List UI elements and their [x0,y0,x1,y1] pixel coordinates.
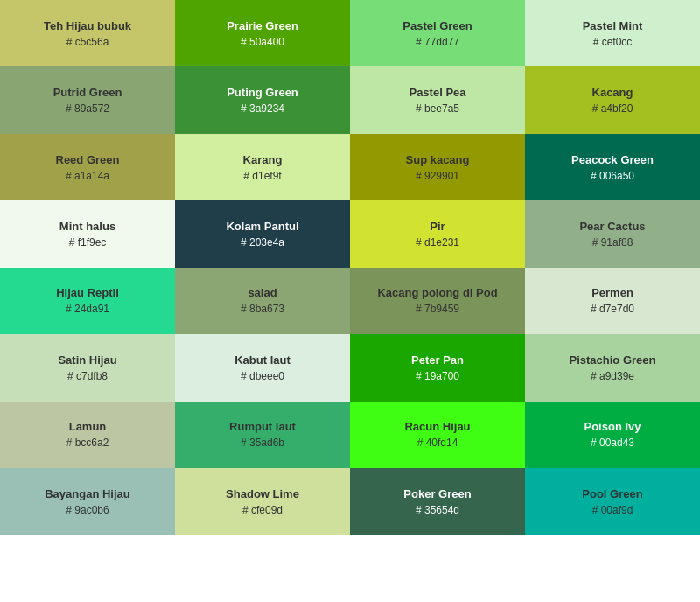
color-hex: # bee7a5 [416,102,459,115]
color-name: Peter Pan [411,354,464,367]
color-cell: Pool Green# 00af9d [525,468,700,535]
color-cell: Hijau Reptil# 24da91 [0,268,175,334]
color-hex: # 006a50 [591,170,634,182]
color-cell: Kacang# a4bf20 [525,66,700,133]
color-name: Lamun [69,420,107,433]
color-name: Poker Green [403,487,471,500]
color-cell: Sup kacang# 929901 [350,134,525,200]
color-cell: Permen# d7e7d0 [525,268,700,334]
color-cell: Peacock Green# 006a50 [525,134,700,200]
color-cell: Mint halus# f1f9ec [0,200,175,267]
color-name: Rumput laut [229,420,296,433]
color-name: Satin Hijau [58,354,116,367]
color-name: Prairie Green [227,19,298,32]
color-hex: # 8ba673 [241,303,284,315]
color-name: Kolam Pantul [226,220,298,233]
color-hex: # 50a400 [241,36,284,48]
color-name: Karang [243,153,283,166]
color-hex: # 9ac0b6 [66,504,108,516]
color-hex: # 35654d [416,504,459,516]
color-hex: # 77dd77 [416,36,459,48]
color-cell: Kacang polong di Pod# 7b9459 [350,268,525,334]
color-name: Pool Green [582,487,642,500]
color-name: Reed Green [56,153,120,166]
color-hex: # c7dfb8 [67,370,108,382]
color-cell: Lamun# bcc6a2 [0,402,175,468]
color-name: Sup kacang [406,153,470,166]
color-name: Puting Green [227,86,298,99]
color-cell: salad# 8ba673 [175,268,350,334]
color-hex: # 91af88 [592,236,634,248]
color-cell: Putrid Green# 89a572 [0,66,175,133]
color-name: Kacang [592,86,634,99]
color-cell: Kolam Pantul# 203e4a [175,200,350,267]
color-cell: Peter Pan# 19a700 [350,334,525,401]
color-name: Mint halus [60,220,116,233]
color-cell: Pistachio Green# a9d39e [525,334,700,401]
color-hex: # cfe09d [242,504,283,516]
color-cell: Shadow Lime# cfe09d [175,468,350,535]
color-name: Teh Hijau bubuk [44,19,131,32]
color-cell: Racun Hijau# 40fd14 [350,402,525,468]
color-name: Hijau Reptil [56,286,119,299]
color-name: Shadow Lime [226,487,299,500]
color-name: Bayangan Hijau [45,487,130,500]
color-cell: Poison Ivy# 00ad43 [525,402,700,468]
color-cell: Puting Green# 3a9234 [175,66,350,133]
color-cell: Poker Green# 35654d [350,468,525,535]
color-hex: # bcc6a2 [66,437,109,449]
color-name: Putrid Green [53,86,122,99]
color-hex: # d1ef9f [243,170,281,182]
color-name: Kacang polong di Pod [377,286,497,299]
color-hex: # d1e231 [416,236,459,248]
color-name: Racun Hijau [404,420,470,433]
color-name: Pastel Pea [409,86,466,99]
color-hex: # cef0cc [593,36,633,48]
color-hex: # 3a9234 [241,102,284,115]
color-cell: Pir# d1e231 [350,200,525,267]
color-hex: # 89a572 [66,102,109,115]
color-cell: Bayangan Hijau# 9ac0b6 [0,468,175,535]
color-hex: # 929901 [416,170,459,182]
color-cell: Karang# d1ef9f [175,134,350,200]
color-cell: Kabut laut# dbeee0 [175,334,350,401]
color-name: Poison Ivy [584,420,640,433]
color-name: Kabut laut [234,354,290,367]
color-cell: Satin Hijau# c7dfb8 [0,334,175,401]
color-hex: # a4bf20 [592,102,634,115]
color-cell: Teh Hijau bubuk# c5c56a [0,0,175,66]
color-hex: # 40fd14 [417,437,458,449]
color-hex: # 00ad43 [591,437,634,449]
color-cell: Reed Green# a1a14a [0,134,175,200]
color-hex: # 7b9459 [416,303,459,315]
color-name: Pir [430,220,444,233]
color-hex: # c5c56a [66,36,109,48]
color-cell: Prairie Green# 50a400 [175,0,350,66]
color-hex: # 35ad6b [241,437,284,449]
color-hex: # d7e7d0 [591,303,634,315]
color-name: Pear Cactus [579,220,645,233]
color-name: Permen [592,286,634,299]
color-name: salad [248,286,276,299]
color-cell: Pear Cactus# 91af88 [525,200,700,267]
color-hex: # dbeee0 [241,370,284,382]
color-hex: # 24da91 [66,303,109,315]
color-name: Peacock Green [571,153,654,166]
color-cell: Pastel Green# 77dd77 [350,0,525,66]
color-hex: # a9d39e [591,370,634,382]
color-name: Pistachio Green [570,354,656,367]
color-name: Pastel Green [402,19,472,32]
color-cell: Pastel Pea# bee7a5 [350,66,525,133]
color-name: Pastel Mint [583,19,643,32]
color-hex: # 00af9d [592,504,634,516]
color-hex: # f1f9ec [69,236,107,248]
color-cell: Pastel Mint# cef0cc [525,0,700,66]
color-grid: Teh Hijau bubuk# c5c56aPrairie Green# 50… [0,0,700,602]
color-hex: # 203e4a [241,236,284,248]
color-cell: Rumput laut# 35ad6b [175,402,350,468]
color-hex: # a1a14a [66,170,109,182]
color-hex: # 19a700 [416,370,459,382]
